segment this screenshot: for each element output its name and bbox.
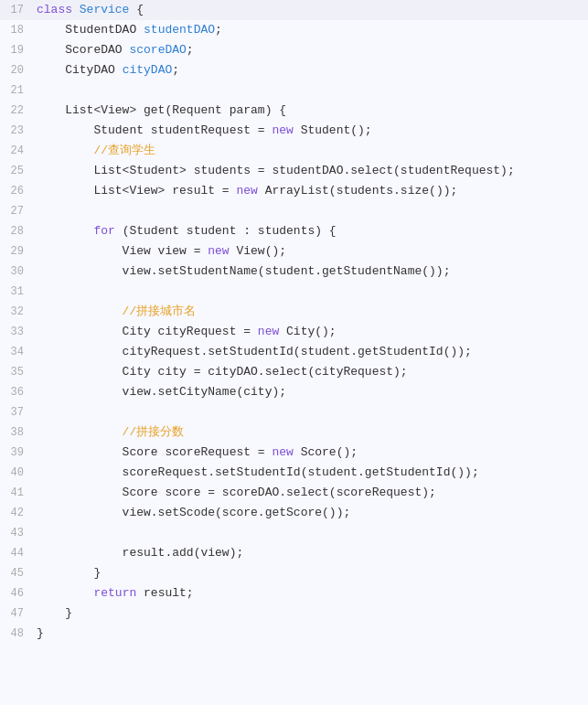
- code-editor: 17class Service {18 StudentDAO studentDA…: [0, 0, 588, 705]
- line-number: 47: [0, 604, 33, 624]
- token: //拼接城市名: [37, 304, 196, 318]
- line-number: 33: [0, 322, 33, 342]
- line-number: 40: [0, 463, 33, 483]
- line-number: 26: [0, 181, 33, 201]
- token: [37, 586, 93, 600]
- line-number: 22: [0, 101, 33, 121]
- line-content: View view = new View();: [33, 241, 588, 262]
- line-content: //查询学生: [33, 141, 588, 161]
- token: ;: [172, 63, 179, 77]
- line-row: 48}: [0, 624, 588, 644]
- token: View view =: [37, 244, 208, 258]
- token: }: [37, 566, 101, 580]
- token: List<Student> students = studentDAO.sele…: [37, 164, 515, 177]
- token: cityDAO: [123, 63, 173, 77]
- line-number: 41: [0, 483, 33, 503]
- token: new: [236, 184, 257, 198]
- line-row: 38 //拼接分数: [0, 422, 588, 443]
- line-row: 43: [0, 523, 588, 543]
- line-row: 40 scoreRequest.setStudentId(student.get…: [0, 463, 588, 483]
- token: class: [37, 3, 80, 16]
- token: ;: [215, 23, 222, 37]
- line-content: [33, 402, 588, 422]
- line-number: 28: [0, 221, 33, 241]
- line-row: 20 CityDAO cityDAO;: [0, 60, 588, 80]
- line-number: 37: [0, 402, 33, 422]
- line-row: 22 List<View> get(Requent param) {: [0, 101, 588, 121]
- token: view.setScode(score.getScore());: [37, 506, 350, 519]
- line-row: 23 Student studentRequest = new Student(…: [0, 121, 588, 141]
- token: studentDAO: [144, 23, 215, 37]
- token: Score scoreRequest =: [37, 445, 272, 459]
- token: return: [93, 586, 136, 600]
- line-number: 39: [0, 443, 33, 463]
- token: }: [37, 606, 72, 620]
- line-row: 45 }: [0, 563, 588, 583]
- line-row: 27: [0, 201, 588, 221]
- token: for: [93, 224, 114, 238]
- line-number: 32: [0, 302, 33, 322]
- line-number: 20: [0, 60, 33, 80]
- token: {: [129, 3, 144, 16]
- line-row: 17class Service {: [0, 0, 588, 20]
- line-number: 38: [0, 422, 33, 443]
- line-content: [33, 282, 588, 302]
- line-row: 47 }: [0, 604, 588, 624]
- line-content: List<Student> students = studentDAO.sele…: [33, 161, 588, 181]
- line-number: 46: [0, 583, 33, 604]
- token: City cityRequest =: [37, 325, 258, 338]
- line-number: 43: [0, 523, 33, 543]
- line-content: List<View> result = new ArrayList(studen…: [33, 181, 588, 201]
- token: List<View> get(Requent param) {: [37, 103, 286, 117]
- token: Student studentRequest =: [37, 123, 272, 137]
- line-row: 28 for (Student student : students) {: [0, 221, 588, 241]
- line-row: 37: [0, 402, 588, 422]
- token: //拼接分数: [37, 425, 184, 439]
- line-content: CityDAO cityDAO;: [33, 60, 588, 80]
- line-number: 42: [0, 503, 33, 523]
- line-content: return result;: [33, 583, 588, 604]
- line-content: }: [33, 563, 588, 583]
- line-row: 39 Score scoreRequest = new Score();: [0, 443, 588, 463]
- token: ;: [187, 43, 194, 57]
- token: new: [272, 123, 293, 137]
- line-number: 35: [0, 362, 33, 382]
- line-number: 21: [0, 80, 33, 101]
- line-content: Score scoreRequest = new Score();: [33, 443, 588, 463]
- token: Student();: [294, 123, 372, 137]
- line-content: //拼接城市名: [33, 302, 588, 322]
- line-content: //拼接分数: [33, 422, 588, 443]
- line-content: cityRequest.setStudentId(student.getStud…: [33, 342, 588, 362]
- line-content: class Service {: [33, 0, 588, 20]
- token: [37, 224, 93, 238]
- token: City();: [279, 325, 336, 338]
- line-content: view.setStudentName(student.getStudentNa…: [33, 262, 588, 282]
- token: (Student student : students) {: [115, 224, 337, 238]
- line-content: [33, 523, 588, 543]
- line-content: City cityRequest = new City();: [33, 322, 588, 342]
- line-row: 24 //查询学生: [0, 141, 588, 161]
- line-content: List<View> get(Requent param) {: [33, 101, 588, 121]
- line-content: view.setScode(score.getScore());: [33, 503, 588, 523]
- line-row: 44 result.add(view);: [0, 543, 588, 563]
- token: new: [272, 445, 293, 459]
- token: Score score = scoreDAO.select(scoreReque…: [37, 486, 436, 499]
- line-number: 27: [0, 201, 33, 221]
- line-number: 31: [0, 282, 33, 302]
- line-number: 24: [0, 141, 33, 161]
- line-content: City city = cityDAO.select(cityRequest);: [33, 362, 588, 382]
- token: new: [258, 325, 279, 338]
- line-content: }: [33, 604, 588, 624]
- line-row: 29 View view = new View();: [0, 241, 588, 262]
- token: Score();: [294, 445, 358, 459]
- line-number: 17: [0, 0, 33, 20]
- line-number: 45: [0, 563, 33, 583]
- line-row: 33 City cityRequest = new City();: [0, 322, 588, 342]
- token: City city = cityDAO.select(cityRequest);: [37, 365, 408, 379]
- line-content: for (Student student : students) {: [33, 221, 588, 241]
- line-content: [33, 80, 588, 101]
- line-content: StudentDAO studentDAO;: [33, 20, 588, 40]
- line-row: 46 return result;: [0, 583, 588, 604]
- line-number: 29: [0, 241, 33, 262]
- line-row: 35 City city = cityDAO.select(cityReques…: [0, 362, 588, 382]
